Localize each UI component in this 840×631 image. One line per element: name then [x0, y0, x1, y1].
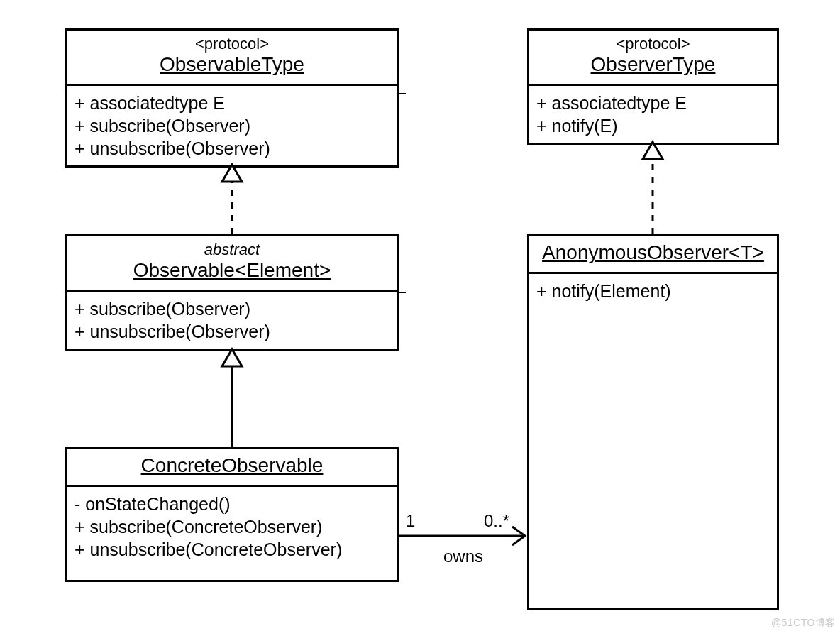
member: + notify(Element) — [536, 280, 770, 302]
class-members: + subscribe(Observer) + unsubscribe(Obse… — [67, 292, 397, 349]
class-members: + associatedtype E + subscribe(Observer)… — [67, 86, 397, 165]
class-observable: abstract Observable<Element> + subscribe… — [65, 234, 399, 351]
uml-canvas: <protocol> ObservableType + associatedty… — [0, 0, 840, 631]
watermark: @51CTO博客 — [771, 617, 836, 630]
member: + notify(E) — [536, 114, 770, 137]
modifier: abstract — [73, 241, 391, 258]
class-concrete-observable: ConcreteObservable - onStateChanged() + … — [65, 447, 399, 582]
class-observable-type: <protocol> ObservableType + associatedty… — [65, 28, 399, 168]
member: + subscribe(ConcreteObserver) — [74, 515, 389, 538]
class-title: ObservableType — [73, 53, 391, 78]
class-title: ObserverType — [535, 53, 771, 78]
class-members: + associatedtype E + notify(E) — [529, 86, 777, 143]
class-header: <protocol> ObserverType — [529, 31, 777, 86]
class-observer-type: <protocol> ObserverType + associatedtype… — [527, 28, 779, 145]
member: + unsubscribe(Observer) — [74, 320, 389, 343]
class-title: Observable<Element> — [73, 258, 391, 284]
class-title: AnonymousObserver<T> — [535, 241, 771, 266]
class-anonymous-observer: AnonymousObserver<T> + notify(Element) — [527, 234, 779, 610]
stereotype: <protocol> — [535, 35, 771, 53]
member: + unsubscribe(Observer) — [74, 137, 389, 160]
class-header: abstract Observable<Element> — [67, 236, 397, 292]
multiplicity-from: 1 — [406, 511, 415, 531]
class-header: ConcreteObservable — [67, 449, 397, 487]
class-members: + notify(Element) — [529, 274, 777, 308]
association-label: owns — [443, 547, 483, 566]
stereotype: <protocol> — [73, 35, 391, 53]
class-header: AnonymousObserver<T> — [529, 236, 777, 274]
member: + unsubscribe(ConcreteObserver) — [74, 538, 389, 561]
class-members: - onStateChanged() + subscribe(ConcreteO… — [67, 487, 397, 566]
member: + subscribe(Observer) — [74, 114, 389, 137]
multiplicity-to: 0..* — [484, 511, 509, 531]
member: + associatedtype E — [74, 92, 389, 114]
class-title: ConcreteObservable — [73, 454, 391, 479]
member: - onStateChanged() — [74, 493, 389, 515]
class-header: <protocol> ObservableType — [67, 31, 397, 86]
member: + associatedtype E — [536, 92, 770, 114]
member: + subscribe(Observer) — [74, 297, 389, 320]
